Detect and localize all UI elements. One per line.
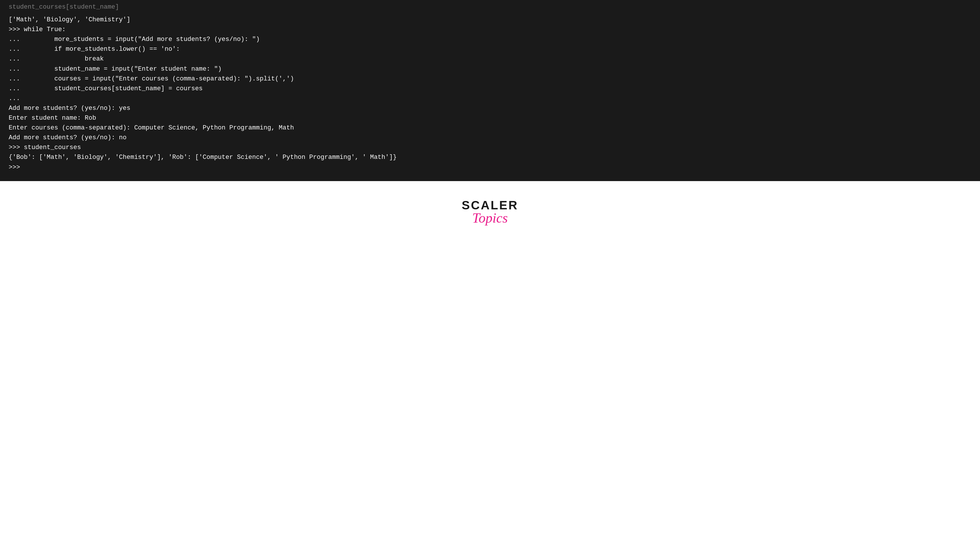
code-line: ...: [8, 94, 972, 103]
terminal-container: student_courses[student_name] ['Math', '…: [0, 0, 980, 181]
code-line: ... courses = input("Enter courses (comm…: [8, 74, 972, 84]
terminal-line-faded: student_courses[student_name]: [8, 2, 972, 12]
code-line: ... break: [8, 54, 972, 64]
code-line: ... if more_students.lower() == 'no':: [8, 44, 972, 54]
code-line: >>>: [8, 163, 972, 172]
code-line: Enter student name: Rob: [8, 113, 972, 123]
terminal-body: ['Math', 'Biology', 'Chemistry'] >>> whi…: [0, 12, 980, 181]
code-line: Add more students? (yes/no): no: [8, 133, 972, 143]
logo-container: SCALER Topics: [462, 198, 518, 243]
code-line: Enter courses (comma-separated): Compute…: [8, 123, 972, 133]
code-line: ... more_students = input("Add more stud…: [8, 35, 972, 44]
code-line: Add more students? (yes/no): yes: [8, 103, 972, 113]
code-line: ... student_name = input("Enter student …: [8, 64, 972, 74]
code-line: {'Bob': ['Math', 'Biology', 'Chemistry']…: [8, 153, 972, 162]
code-line: >>> while True:: [8, 25, 972, 35]
code-line: >>> student_courses: [8, 143, 972, 153]
terminal-header-fade: student_courses[student_name]: [0, 0, 980, 12]
code-line: ... student_courses[student_name] = cour…: [8, 84, 972, 94]
topics-logo-text: Topics: [472, 210, 508, 226]
code-line: ['Math', 'Biology', 'Chemistry']: [8, 15, 972, 25]
